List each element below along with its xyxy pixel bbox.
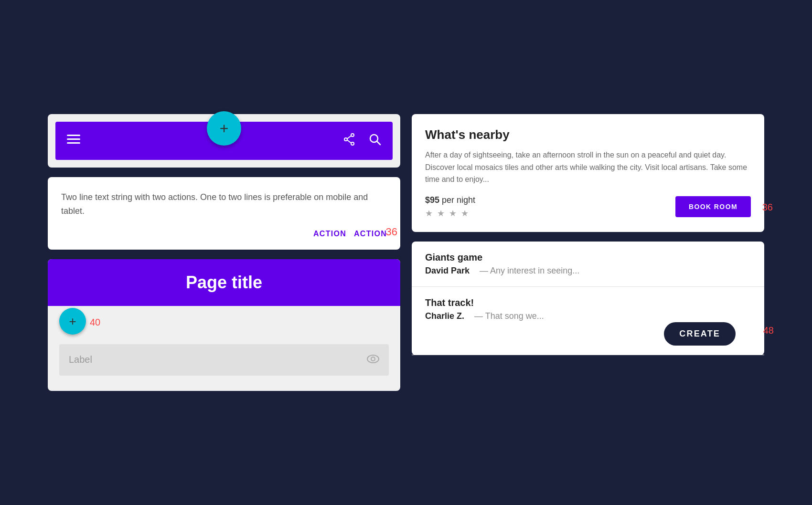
- label-input[interactable]: Label: [59, 344, 389, 376]
- card-whats-nearby: What's nearby After a day of sightseeing…: [412, 114, 764, 232]
- fab-small-plus-icon: +: [69, 315, 76, 327]
- message-row-1: David Park — Any interest in seeing...: [425, 266, 751, 276]
- price-text: $95 per night: [425, 195, 475, 205]
- search-icon[interactable]: [369, 133, 381, 148]
- card3-body: + 40 Label: [48, 306, 400, 391]
- card-page-title: Page title + 40 Label: [48, 259, 400, 391]
- message-preview-1: — Any interest in seeing...: [480, 266, 579, 276]
- svg-point-3: [351, 134, 354, 137]
- bar-right-icons: [343, 133, 381, 148]
- page-title: Page title: [186, 273, 262, 292]
- app-bar: + 56: [55, 122, 393, 160]
- per-night-label: per night: [442, 195, 475, 205]
- book-badge: 36: [762, 202, 773, 213]
- card-messages: Giants game David Park — Any interest in…: [412, 242, 764, 355]
- actions-badge: 36: [386, 226, 397, 238]
- message-preview-2: — That song we...: [474, 311, 544, 321]
- fab-plus-icon: +: [220, 121, 229, 136]
- message-sep-2: [468, 311, 470, 321]
- svg-point-11: [371, 357, 375, 361]
- fab-small-badge: 40: [90, 317, 100, 328]
- svg-point-5: [351, 142, 354, 145]
- nearby-footer: $95 per night ★ ★ ★ ★ BOOK ROOM: [425, 195, 751, 219]
- right-column: What's nearby After a day of sightseeing…: [412, 114, 764, 391]
- menu-icon[interactable]: [67, 135, 80, 147]
- message-row-2: Charlie Z. — That song we...: [425, 311, 751, 321]
- fab-small-button[interactable]: +: [59, 308, 86, 335]
- card-appbar: + 56: [48, 114, 400, 168]
- svg-rect-0: [67, 135, 80, 136]
- message-title-row-1: Giants game: [425, 252, 751, 263]
- share-icon[interactable]: [343, 133, 355, 148]
- action2-button[interactable]: ACTION: [354, 230, 387, 238]
- eye-icon[interactable]: [367, 354, 379, 366]
- card-actions: ACTION ACTION 36: [61, 230, 387, 238]
- message-title-1: Giants game: [425, 252, 482, 263]
- fab-button[interactable]: +: [207, 111, 241, 146]
- page-title-header: Page title: [48, 259, 400, 306]
- svg-line-7: [347, 140, 351, 143]
- message-sender-2: Charlie Z.: [425, 311, 464, 321]
- svg-line-6: [347, 136, 351, 139]
- fab-row: + 40: [59, 314, 389, 335]
- svg-line-9: [377, 141, 380, 145]
- price-amount: $95: [425, 195, 439, 205]
- message-title-2: That track!: [425, 297, 474, 308]
- nearby-title: What's nearby: [425, 127, 751, 142]
- price-section: $95 per night ★ ★ ★ ★: [425, 195, 475, 219]
- svg-rect-2: [67, 142, 80, 144]
- create-button[interactable]: CREATE: [664, 322, 736, 346]
- card-text-actions: Two line text string with two actions. O…: [48, 177, 400, 250]
- message-sep-1: [473, 266, 476, 276]
- nearby-description: After a day of sightseeing, take an afte…: [425, 149, 751, 186]
- svg-point-4: [344, 138, 347, 141]
- message-title-row-2: That track!: [425, 297, 751, 308]
- action1-button[interactable]: ACTION: [313, 230, 346, 238]
- book-room-button[interactable]: BOOK ROOM: [675, 196, 751, 217]
- create-badge: 48: [763, 325, 774, 336]
- card-body-text: Two line text string with two actions. O…: [61, 190, 387, 218]
- message-item-1[interactable]: Giants game David Park — Any interest in…: [412, 242, 764, 287]
- star-rating: ★ ★ ★ ★: [425, 208, 475, 219]
- input-placeholder: Label: [69, 354, 92, 365]
- message-sender-1: David Park: [425, 266, 470, 276]
- svg-rect-1: [67, 138, 80, 140]
- svg-point-10: [367, 355, 379, 363]
- left-column: + 56: [48, 114, 400, 391]
